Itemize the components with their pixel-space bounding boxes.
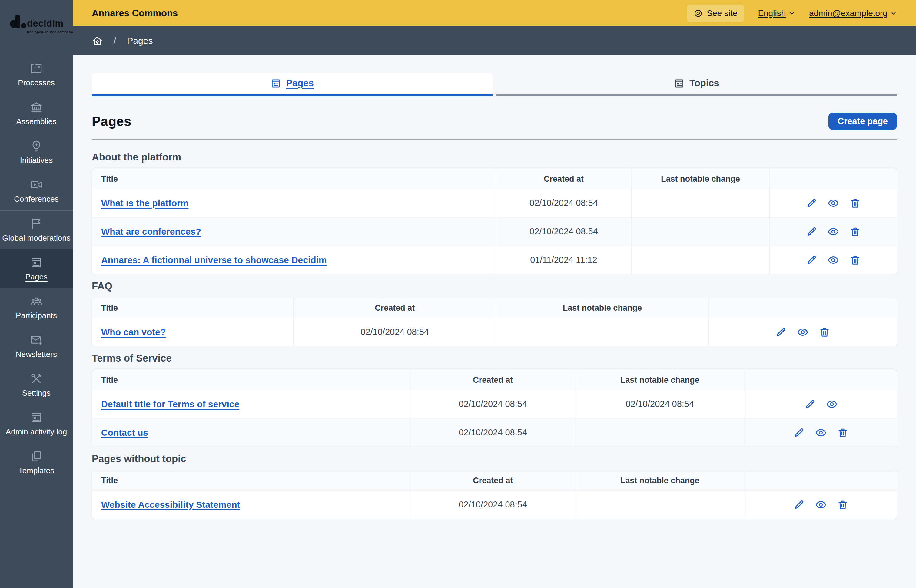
edit-button[interactable] xyxy=(793,427,805,438)
sidebar-item-admin-activity-log[interactable]: Admin activity log xyxy=(0,404,73,443)
page-link[interactable]: What is the platform xyxy=(101,198,188,208)
delete-bin-icon xyxy=(837,499,848,510)
preview-button[interactable] xyxy=(815,499,827,510)
last-change-cell xyxy=(631,189,770,217)
created-at-cell: 02/10/2024 08:54 xyxy=(411,490,575,519)
preview-button[interactable] xyxy=(827,254,839,266)
page-link[interactable]: Website Accessibility Statement xyxy=(101,499,240,510)
pages-table: Title Created at Last notable change Wha… xyxy=(92,169,897,274)
created-at-cell: 02/10/2024 08:54 xyxy=(411,418,575,447)
delete-button[interactable] xyxy=(850,197,861,209)
tab-bar: Pages Topics xyxy=(92,73,897,96)
sidebar-item-global-moderations[interactable]: Global moderations xyxy=(0,211,73,249)
table-row: What is the platform 02/10/2024 08:54 xyxy=(92,189,897,217)
table-row: Annares: A fictionnal universe to showca… xyxy=(92,246,897,274)
section-heading: Terms of Service xyxy=(92,352,897,364)
column-header-created-at: Created at xyxy=(411,370,575,390)
last-change-cell xyxy=(496,318,708,346)
sidebar-item-pages[interactable]: Pages xyxy=(0,249,73,288)
sidebar-item-label: Newsletters xyxy=(16,350,57,359)
sidebar-item-label: Conferences xyxy=(14,194,58,204)
government-building-icon xyxy=(30,101,43,113)
column-header-actions xyxy=(769,169,897,189)
table-row: Website Accessibility Statement 02/10/20… xyxy=(92,490,897,519)
sidebar-item-label: Participants xyxy=(16,311,57,320)
delete-button[interactable] xyxy=(850,226,861,237)
page-link[interactable]: Default title for Terms of service xyxy=(101,399,239,409)
edit-button[interactable] xyxy=(775,326,787,338)
tab-topics-label: Topics xyxy=(689,78,719,89)
column-header-title: Title xyxy=(92,370,411,390)
eye-icon xyxy=(815,499,827,510)
tab-pages-label: Pages xyxy=(286,78,314,89)
edit-button[interactable] xyxy=(806,197,817,209)
sidebar-item-participants[interactable]: Participants xyxy=(0,288,73,327)
page-link[interactable]: Annares: A fictionnal universe to showca… xyxy=(101,255,327,265)
edit-button[interactable] xyxy=(804,399,816,410)
sidebar-item-initiatives[interactable]: Initiatives xyxy=(0,133,73,172)
language-label: English xyxy=(758,8,786,18)
actions-cell xyxy=(744,418,897,447)
preview-button[interactable] xyxy=(827,226,839,237)
sidebar-item-newsletters[interactable]: Newsletters xyxy=(0,327,73,366)
preview-button[interactable] xyxy=(827,197,839,209)
column-header-title: Title xyxy=(92,471,411,490)
actions-cell xyxy=(769,189,897,217)
home-gear-icon[interactable] xyxy=(92,36,103,46)
team-icon xyxy=(30,295,43,308)
delete-button[interactable] xyxy=(837,427,848,438)
delete-bin-icon xyxy=(850,226,861,237)
logo-tagline: free open-source democracy xyxy=(27,30,73,34)
preview-button[interactable] xyxy=(826,399,838,410)
sidebar-item-conferences[interactable]: Conferences xyxy=(0,172,73,210)
see-site-button[interactable]: See site xyxy=(687,5,744,22)
page-title-cell: Default title for Terms of service xyxy=(92,390,411,418)
edit-button[interactable] xyxy=(793,499,805,510)
language-selector[interactable]: English xyxy=(758,8,795,18)
page-link[interactable]: Who can vote? xyxy=(101,327,166,337)
eye-target-icon xyxy=(694,9,703,18)
page-link[interactable]: What are conferences? xyxy=(101,226,201,236)
created-at-cell: 02/10/2024 08:54 xyxy=(293,318,496,346)
table-row: Default title for Terms of service 02/10… xyxy=(92,390,897,418)
created-at-cell: 01/11/2024 11:12 xyxy=(496,246,631,274)
decidim-logo[interactable]: decidim free open-source democracy xyxy=(0,0,73,55)
lightbulb-flash-icon xyxy=(30,140,43,152)
edit-button[interactable] xyxy=(806,254,817,266)
tab-topics[interactable]: Topics xyxy=(496,73,897,96)
pages-section-pages-without-topic: Pages without topic Title Created at Las… xyxy=(92,453,897,519)
sidebar-nav: Processes Assemblies Initiatives Confere… xyxy=(0,55,73,482)
page-link[interactable]: Contact us xyxy=(101,428,148,438)
column-header-last-change: Last notable change xyxy=(496,298,708,318)
breadcrumb-separator: / xyxy=(113,36,116,46)
column-header-actions xyxy=(744,471,897,490)
edit-button[interactable] xyxy=(806,226,817,237)
topbar: Annares Commons See site English admin@e… xyxy=(73,0,916,26)
sidebar-item-settings[interactable]: Settings xyxy=(0,366,73,404)
tab-pages[interactable]: Pages xyxy=(92,73,492,96)
table-row: What are conferences? 02/10/2024 08:54 xyxy=(92,217,897,246)
last-change-cell xyxy=(575,418,744,447)
actions-cell xyxy=(708,318,897,346)
table-row: Who can vote? 02/10/2024 08:54 xyxy=(92,318,897,346)
sidebar-item-templates[interactable]: Templates xyxy=(0,443,73,482)
preview-button[interactable] xyxy=(797,326,808,338)
file-copy-icon xyxy=(30,450,43,463)
sidebar-item-processes[interactable]: Processes xyxy=(0,55,73,94)
page-title-cell: What are conferences? xyxy=(92,217,496,246)
decidim-logo-icon xyxy=(10,15,25,29)
preview-button[interactable] xyxy=(815,427,827,438)
delete-button[interactable] xyxy=(850,254,861,266)
user-menu[interactable]: admin@example.org xyxy=(809,8,897,18)
main-content: Pages Topics Pages Create page xyxy=(73,55,916,588)
section-heading: About the platform xyxy=(92,151,897,163)
sidebar-item-assemblies[interactable]: Assemblies xyxy=(0,94,73,133)
breadcrumb-current: Pages xyxy=(127,36,153,46)
pages-table: Title Created at Last notable change Who… xyxy=(92,298,897,346)
delete-bin-icon xyxy=(850,197,861,209)
delete-button[interactable] xyxy=(819,326,830,338)
delete-button[interactable] xyxy=(837,499,848,510)
create-page-button[interactable]: Create page xyxy=(829,113,897,130)
section-heading: FAQ xyxy=(92,280,897,292)
treasure-map-icon xyxy=(30,62,43,75)
